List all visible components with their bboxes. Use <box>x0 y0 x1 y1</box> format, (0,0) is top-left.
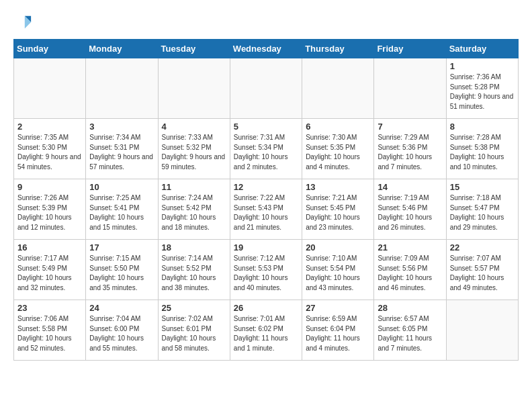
day-info: Sunrise: 7:09 AM Sunset: 5:56 PM Dayligh… <box>378 254 442 293</box>
calendar-cell <box>302 58 374 119</box>
calendar-cell: 11Sunrise: 7:24 AM Sunset: 5:42 PM Dayli… <box>158 179 230 240</box>
day-info: Sunrise: 7:31 AM Sunset: 5:34 PM Dayligh… <box>234 133 298 172</box>
day-info: Sunrise: 7:14 AM Sunset: 5:52 PM Dayligh… <box>162 254 226 293</box>
weekday-header-sunday: Sunday <box>14 40 86 58</box>
calendar-cell: 14Sunrise: 7:19 AM Sunset: 5:46 PM Dayli… <box>374 179 446 240</box>
day-number: 9 <box>17 182 82 192</box>
week-row-2: 2Sunrise: 7:35 AM Sunset: 5:30 PM Daylig… <box>14 119 519 179</box>
calendar-cell: 25Sunrise: 7:02 AM Sunset: 6:01 PM Dayli… <box>158 300 230 361</box>
logo <box>13 13 35 32</box>
day-number: 25 <box>162 303 226 313</box>
calendar-cell: 8Sunrise: 7:28 AM Sunset: 5:38 PM Daylig… <box>446 119 518 179</box>
day-number: 28 <box>378 303 442 313</box>
day-number: 26 <box>234 303 298 313</box>
calendar-cell <box>230 58 302 119</box>
calendar-cell: 12Sunrise: 7:22 AM Sunset: 5:43 PM Dayli… <box>230 179 302 240</box>
week-row-4: 16Sunrise: 7:17 AM Sunset: 5:49 PM Dayli… <box>14 240 519 300</box>
day-info: Sunrise: 7:35 AM Sunset: 5:30 PM Dayligh… <box>17 133 82 172</box>
day-number: 6 <box>306 122 370 132</box>
day-info: Sunrise: 7:07 AM Sunset: 5:57 PM Dayligh… <box>450 254 515 293</box>
day-number: 11 <box>162 182 226 192</box>
calendar-table: SundayMondayTuesdayWednesdayThursdayFrid… <box>13 39 519 361</box>
calendar-cell <box>14 58 86 119</box>
day-info: Sunrise: 7:17 AM Sunset: 5:49 PM Dayligh… <box>17 254 82 293</box>
day-number: 22 <box>450 242 515 253</box>
calendar-cell: 5Sunrise: 7:31 AM Sunset: 5:34 PM Daylig… <box>230 119 302 179</box>
calendar-cell: 15Sunrise: 7:18 AM Sunset: 5:47 PM Dayli… <box>446 179 518 240</box>
day-number: 27 <box>306 303 370 313</box>
calendar-cell: 21Sunrise: 7:09 AM Sunset: 5:56 PM Dayli… <box>374 240 446 300</box>
day-info: Sunrise: 7:06 AM Sunset: 5:58 PM Dayligh… <box>17 314 82 353</box>
day-info: Sunrise: 7:19 AM Sunset: 5:46 PM Dayligh… <box>378 193 442 232</box>
calendar-cell: 9Sunrise: 7:26 AM Sunset: 5:39 PM Daylig… <box>14 179 86 240</box>
weekday-header-monday: Monday <box>86 40 158 58</box>
day-info: Sunrise: 7:04 AM Sunset: 6:00 PM Dayligh… <box>89 314 154 353</box>
day-info: Sunrise: 7:29 AM Sunset: 5:36 PM Dayligh… <box>378 133 442 172</box>
calendar-cell: 20Sunrise: 7:10 AM Sunset: 5:54 PM Dayli… <box>302 240 374 300</box>
calendar-cell: 22Sunrise: 7:07 AM Sunset: 5:57 PM Dayli… <box>446 240 518 300</box>
week-row-5: 23Sunrise: 7:06 AM Sunset: 5:58 PM Dayli… <box>14 300 519 361</box>
day-info: Sunrise: 7:30 AM Sunset: 5:35 PM Dayligh… <box>306 133 370 172</box>
day-number: 4 <box>162 122 226 132</box>
day-number: 20 <box>306 242 370 253</box>
day-number: 18 <box>162 242 226 253</box>
day-number: 8 <box>450 122 515 132</box>
day-info: Sunrise: 7:34 AM Sunset: 5:31 PM Dayligh… <box>89 133 154 172</box>
day-number: 5 <box>234 122 298 132</box>
week-row-3: 9Sunrise: 7:26 AM Sunset: 5:39 PM Daylig… <box>14 179 519 240</box>
calendar-cell: 26Sunrise: 7:01 AM Sunset: 6:02 PM Dayli… <box>230 300 302 361</box>
calendar-cell: 4Sunrise: 7:33 AM Sunset: 5:32 PM Daylig… <box>158 119 230 179</box>
day-info: Sunrise: 7:24 AM Sunset: 5:42 PM Dayligh… <box>162 193 226 232</box>
day-number: 14 <box>378 182 442 192</box>
day-info: Sunrise: 7:33 AM Sunset: 5:32 PM Dayligh… <box>162 133 226 172</box>
day-number: 19 <box>234 242 298 253</box>
calendar-cell: 6Sunrise: 7:30 AM Sunset: 5:35 PM Daylig… <box>302 119 374 179</box>
calendar-cell: 18Sunrise: 7:14 AM Sunset: 5:52 PM Dayli… <box>158 240 230 300</box>
weekday-header-thursday: Thursday <box>302 40 374 58</box>
weekday-header-saturday: Saturday <box>446 40 518 58</box>
day-info: Sunrise: 7:01 AM Sunset: 6:02 PM Dayligh… <box>234 314 298 353</box>
calendar-cell: 1Sunrise: 7:36 AM Sunset: 5:28 PM Daylig… <box>446 58 518 119</box>
day-info: Sunrise: 7:15 AM Sunset: 5:50 PM Dayligh… <box>89 254 154 293</box>
weekday-header-tuesday: Tuesday <box>158 40 230 58</box>
calendar-cell: 24Sunrise: 7:04 AM Sunset: 6:00 PM Dayli… <box>86 300 158 361</box>
day-info: Sunrise: 7:26 AM Sunset: 5:39 PM Dayligh… <box>17 193 82 232</box>
weekday-header-wednesday: Wednesday <box>230 40 302 58</box>
calendar-cell <box>446 300 518 361</box>
calendar-cell: 23Sunrise: 7:06 AM Sunset: 5:58 PM Dayli… <box>14 300 86 361</box>
day-number: 12 <box>234 182 298 192</box>
calendar-cell: 16Sunrise: 7:17 AM Sunset: 5:49 PM Dayli… <box>14 240 86 300</box>
day-number: 15 <box>450 182 515 192</box>
day-info: Sunrise: 6:59 AM Sunset: 6:04 PM Dayligh… <box>306 314 370 353</box>
general-blue-logo-icon <box>13 13 32 32</box>
day-info: Sunrise: 6:57 AM Sunset: 6:05 PM Dayligh… <box>378 314 442 353</box>
day-info: Sunrise: 7:22 AM Sunset: 5:43 PM Dayligh… <box>234 193 298 232</box>
weekday-header-row: SundayMondayTuesdayWednesdayThursdayFrid… <box>14 40 519 58</box>
day-number: 17 <box>89 242 154 253</box>
day-number: 1 <box>450 61 515 71</box>
day-info: Sunrise: 7:28 AM Sunset: 5:38 PM Dayligh… <box>450 133 515 172</box>
calendar-cell: 2Sunrise: 7:35 AM Sunset: 5:30 PM Daylig… <box>14 119 86 179</box>
calendar-cell: 3Sunrise: 7:34 AM Sunset: 5:31 PM Daylig… <box>86 119 158 179</box>
calendar-cell: 19Sunrise: 7:12 AM Sunset: 5:53 PM Dayli… <box>230 240 302 300</box>
day-info: Sunrise: 7:12 AM Sunset: 5:53 PM Dayligh… <box>234 254 298 293</box>
day-info: Sunrise: 7:02 AM Sunset: 6:01 PM Dayligh… <box>162 314 226 353</box>
day-number: 24 <box>89 303 154 313</box>
day-info: Sunrise: 7:36 AM Sunset: 5:28 PM Dayligh… <box>450 73 515 111</box>
day-info: Sunrise: 7:10 AM Sunset: 5:54 PM Dayligh… <box>306 254 370 293</box>
calendar-cell <box>158 58 230 119</box>
day-number: 7 <box>378 122 442 132</box>
calendar-cell: 13Sunrise: 7:21 AM Sunset: 5:45 PM Dayli… <box>302 179 374 240</box>
calendar-cell: 27Sunrise: 6:59 AM Sunset: 6:04 PM Dayli… <box>302 300 374 361</box>
day-info: Sunrise: 7:25 AM Sunset: 5:41 PM Dayligh… <box>89 193 154 232</box>
calendar-cell <box>86 58 158 119</box>
calendar-cell: 17Sunrise: 7:15 AM Sunset: 5:50 PM Dayli… <box>86 240 158 300</box>
day-info: Sunrise: 7:18 AM Sunset: 5:47 PM Dayligh… <box>450 193 515 232</box>
day-number: 3 <box>89 122 154 132</box>
day-number: 10 <box>89 182 154 192</box>
day-number: 2 <box>17 122 82 132</box>
day-info: Sunrise: 7:21 AM Sunset: 5:45 PM Dayligh… <box>306 193 370 232</box>
week-row-1: 1Sunrise: 7:36 AM Sunset: 5:28 PM Daylig… <box>14 58 519 119</box>
calendar-cell <box>374 58 446 119</box>
day-number: 16 <box>17 242 82 253</box>
